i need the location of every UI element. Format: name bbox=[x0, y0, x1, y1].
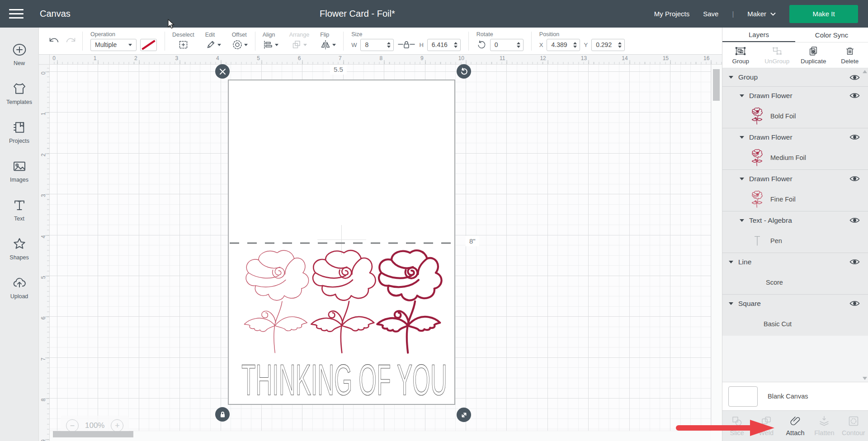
eye-visible-icon[interactable] bbox=[849, 300, 860, 307]
my-projects-link[interactable]: My Projects bbox=[654, 10, 689, 18]
duplicate-button[interactable]: Duplicate bbox=[795, 42, 832, 68]
vertical-scroll-track[interactable] bbox=[711, 65, 722, 431]
card-artboard[interactable]: THINKING OF YOU bbox=[228, 80, 455, 405]
layer-score[interactable]: Score bbox=[722, 271, 868, 294]
ruler-number: 3 bbox=[168, 55, 178, 61]
size-lock-icon[interactable] bbox=[397, 40, 415, 50]
eye-visible-icon[interactable] bbox=[849, 258, 860, 265]
layer-list-scrollbar[interactable] bbox=[862, 68, 868, 382]
scroll-up-icon[interactable] bbox=[863, 70, 867, 73]
hamburger-menu-icon[interactable] bbox=[9, 6, 29, 22]
eye-visible-icon[interactable] bbox=[849, 134, 860, 141]
offset-button[interactable]: Offset bbox=[226, 32, 253, 50]
ruler-number: 1 bbox=[86, 55, 96, 61]
layer-fine-foil[interactable]: Fine Foil bbox=[722, 188, 868, 211]
sidebar-item-new[interactable]: New bbox=[0, 35, 39, 74]
sidebar-item-upload[interactable]: Upload bbox=[0, 268, 39, 307]
machine-select[interactable]: Maker bbox=[747, 10, 776, 18]
slice-icon bbox=[731, 415, 743, 427]
eye-visible-icon[interactable] bbox=[849, 74, 860, 81]
drawn-flowers[interactable] bbox=[229, 80, 456, 406]
layer-group-drawn-flower[interactable]: Drawn Flower bbox=[722, 86, 868, 104]
ruler-corner bbox=[39, 55, 50, 65]
eye-visible-icon[interactable] bbox=[849, 92, 860, 99]
height-stepper[interactable] bbox=[454, 42, 458, 48]
chevron-down-icon bbox=[770, 12, 776, 16]
flip-button[interactable]: Flip bbox=[315, 32, 341, 50]
flower-2 bbox=[311, 250, 375, 352]
rotate-input[interactable]: 0 bbox=[490, 39, 524, 51]
operation-color-swatch[interactable] bbox=[140, 39, 157, 51]
save-link[interactable]: Save bbox=[703, 10, 718, 18]
layer-group-drawn-flower[interactable]: Drawn Flower bbox=[722, 169, 868, 188]
width-stepper[interactable] bbox=[387, 42, 391, 48]
layer-bold-foil[interactable]: Bold Foil bbox=[722, 104, 868, 128]
collapse-caret-icon[interactable] bbox=[729, 76, 733, 79]
deselect-button[interactable]: Deselect bbox=[167, 32, 200, 50]
layer-group-line[interactable]: Line bbox=[722, 253, 868, 271]
attach-button[interactable]: Attach bbox=[781, 411, 810, 441]
sidebar-item-templates[interactable]: Templates bbox=[0, 74, 39, 113]
position-y-input[interactable]: 0.292 bbox=[591, 39, 625, 51]
tab-layers[interactable]: Layers bbox=[722, 28, 795, 42]
sidebar-item-shapes[interactable]: Shapes bbox=[0, 229, 39, 268]
flip-icon bbox=[320, 39, 331, 50]
card-text[interactable]: THINKING OF YOU bbox=[229, 360, 456, 401]
layer-group-group[interactable]: Group bbox=[722, 68, 868, 86]
layer-group-text-algebra[interactable]: Text - Algebra bbox=[722, 211, 868, 229]
zoom-out-button[interactable]: − bbox=[66, 419, 79, 432]
edit-button[interactable]: Edit bbox=[200, 32, 226, 50]
collapse-caret-icon[interactable] bbox=[729, 302, 733, 305]
delete-selection-handle[interactable] bbox=[215, 64, 230, 79]
collapse-caret-icon[interactable] bbox=[729, 261, 733, 263]
delete-button[interactable]: Delete bbox=[832, 42, 868, 68]
collapse-caret-icon[interactable] bbox=[740, 136, 744, 139]
height-input[interactable]: 6.416 bbox=[427, 39, 461, 51]
rotate-selection-handle[interactable] bbox=[457, 64, 471, 79]
text-icon bbox=[12, 198, 27, 212]
tab-color-sync[interactable]: Color Sync bbox=[795, 28, 868, 42]
collapse-caret-icon[interactable] bbox=[740, 94, 744, 97]
layer-group-square[interactable]: Square bbox=[722, 294, 868, 312]
design-canvas[interactable]: 012345678910111213141516 0123456789 THIN… bbox=[39, 55, 722, 441]
new-icon bbox=[12, 42, 27, 57]
layer-group-drawn-flower[interactable]: Drawn Flower bbox=[722, 128, 868, 146]
undo-icon[interactable] bbox=[48, 36, 60, 46]
layer-tools-bar: Slice Weld Attach Flatten Contour bbox=[722, 410, 868, 441]
position-x-stepper[interactable] bbox=[573, 42, 577, 48]
scroll-down-icon[interactable] bbox=[863, 377, 867, 380]
horizontal-scroll-track[interactable] bbox=[50, 431, 711, 441]
sidebar-item-images[interactable]: Images bbox=[0, 151, 39, 190]
eye-visible-icon[interactable] bbox=[849, 217, 860, 224]
redo-icon[interactable] bbox=[65, 36, 77, 46]
operation-select[interactable]: Multiple bbox=[90, 39, 137, 51]
resize-selection-handle[interactable] bbox=[457, 408, 471, 422]
contour-icon bbox=[848, 415, 859, 427]
rotate-icon[interactable] bbox=[476, 40, 486, 50]
group-button[interactable]: Group bbox=[722, 42, 759, 68]
canvas-label[interactable]: Canvas bbox=[40, 9, 71, 19]
align-button[interactable]: Align bbox=[257, 32, 284, 50]
layer-pen[interactable]: Pen bbox=[722, 229, 868, 253]
sidebar-item-text[interactable]: Text bbox=[0, 190, 39, 229]
horizontal-scrollbar-thumb[interactable] bbox=[53, 431, 133, 437]
ruler-number: 2 bbox=[40, 150, 47, 160]
position-x-input[interactable]: 4.389 bbox=[547, 39, 580, 51]
layer-medium-foil[interactable]: Medium Foil bbox=[722, 146, 868, 169]
lock-selection-handle[interactable] bbox=[215, 407, 230, 422]
rotate-stepper[interactable] bbox=[517, 42, 520, 48]
blank-canvas-row[interactable]: Blank Canvas bbox=[722, 382, 868, 410]
make-it-button[interactable]: Make It bbox=[789, 5, 858, 23]
collapse-caret-icon[interactable] bbox=[740, 219, 744, 222]
flower-3 bbox=[377, 250, 441, 352]
vertical-scrollbar-thumb[interactable] bbox=[713, 69, 720, 101]
collapse-caret-icon[interactable] bbox=[740, 178, 744, 180]
eye-visible-icon[interactable] bbox=[849, 175, 860, 182]
zoom-in-button[interactable]: + bbox=[111, 419, 123, 432]
layer-basic-cut[interactable]: Basic Cut bbox=[722, 312, 868, 336]
sidebar-item-projects[interactable]: Projects bbox=[0, 113, 39, 151]
delete-icon bbox=[844, 46, 855, 56]
zoom-level: 100% bbox=[85, 421, 104, 430]
width-input[interactable]: 8 bbox=[360, 39, 394, 51]
position-y-stepper[interactable] bbox=[618, 42, 622, 48]
